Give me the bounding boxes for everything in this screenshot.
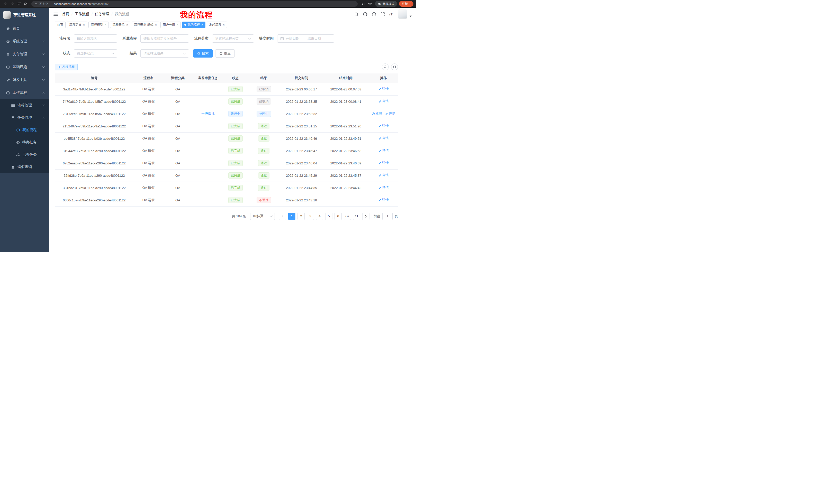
close-icon[interactable]: × xyxy=(126,23,128,27)
refresh-table-button[interactable] xyxy=(391,63,398,71)
detail-link[interactable]: 详情 xyxy=(379,136,389,141)
pagination-page-3[interactable]: 3 xyxy=(307,213,314,220)
tab-我的流程[interactable]: 我的流程× xyxy=(182,22,205,28)
detail-link[interactable]: 详情 xyxy=(385,111,395,116)
tab-流程表单-编辑[interactable]: 流程表单-编辑× xyxy=(132,22,159,28)
gear-icon xyxy=(6,39,10,44)
detail-link[interactable]: 详情 xyxy=(379,198,389,202)
sidebar-item-my-process[interactable]: 我的流程 xyxy=(0,124,49,136)
app-logo[interactable]: 芋道管理系统 xyxy=(0,8,49,22)
toggle-search-button[interactable] xyxy=(382,63,389,71)
total-count: 共 104 条 xyxy=(232,214,246,219)
close-icon[interactable]: × xyxy=(201,23,203,27)
process-def-field[interactable] xyxy=(144,37,186,40)
detail-link[interactable]: 详情 xyxy=(379,99,389,104)
breadcrumb-separator: / xyxy=(92,12,93,16)
breadcrumb-item[interactable]: 任务管理 xyxy=(95,12,109,17)
tab-流程模型[interactable]: 流程模型× xyxy=(88,22,109,28)
tab-首页[interactable]: 首页 xyxy=(55,22,66,28)
process-def-input[interactable] xyxy=(140,34,189,43)
pagination-page-2[interactable]: 2 xyxy=(297,213,305,220)
close-icon[interactable]: × xyxy=(83,23,85,27)
close-icon[interactable]: × xyxy=(177,23,178,27)
sidebar-item-system[interactable]: 系统管理 xyxy=(0,35,49,48)
cell-category: OA xyxy=(163,132,192,145)
address-bar[interactable]: 不安全 | dashboard.yudao.iocoder.cn/bpm/tas… xyxy=(31,1,358,7)
search-icon[interactable] xyxy=(354,12,359,17)
table-row: 7470a810-7b9b-11ec-b5b7-acde48001122OA 请… xyxy=(55,95,398,108)
sidebar-item-task-mgmt[interactable]: 任务管理 xyxy=(0,111,49,124)
font-size-icon[interactable]: tT xyxy=(389,12,394,17)
cell-process-name: OA 请假 xyxy=(134,120,163,132)
breadcrumb-item[interactable]: 工作流程 xyxy=(75,12,89,17)
detail-link[interactable]: 详情 xyxy=(379,124,389,128)
sidebar-item-done-task[interactable]: 已办任务 xyxy=(0,148,49,161)
detail-link[interactable]: 详情 xyxy=(379,161,389,165)
close-icon[interactable]: × xyxy=(223,23,225,27)
browser-back-button[interactable] xyxy=(3,1,9,7)
breadcrumb-item[interactable]: 首页 xyxy=(62,12,69,17)
sidebar-item-todo-task[interactable]: 待办任务 xyxy=(0,136,49,148)
pagination-more[interactable]: ••• xyxy=(344,213,351,220)
browser-home-button[interactable] xyxy=(23,1,29,7)
sidebar-item-infrastructure[interactable]: 基础设施 xyxy=(0,61,49,74)
next-page-button[interactable] xyxy=(362,213,369,220)
date-range-picker[interactable]: 开始日期 - 结束日期 xyxy=(277,34,334,43)
breadcrumb-separator: / xyxy=(72,12,73,16)
pagination-page-6[interactable]: 6 xyxy=(335,213,342,220)
sidebar-item-process-mgmt[interactable]: 流程管理 xyxy=(0,99,49,111)
passkey-button[interactable] xyxy=(360,1,366,7)
home-icon xyxy=(6,27,10,31)
tab-用户分组[interactable]: 用户分组× xyxy=(160,22,181,28)
status-select[interactable]: 请选择状态 xyxy=(74,49,117,58)
column-header: 结束时间 xyxy=(323,74,369,83)
incognito-label: 无痕模式 xyxy=(383,2,394,6)
result-select[interactable]: 请选择流结果 xyxy=(140,49,189,58)
fullscreen-icon[interactable] xyxy=(381,12,385,17)
incognito-badge[interactable]: 无痕模式 xyxy=(375,1,397,7)
help-icon[interactable]: ? xyxy=(372,12,376,17)
detail-link[interactable]: 详情 xyxy=(379,186,389,190)
sidebar-item-payment[interactable]: 支付管理 xyxy=(0,48,49,61)
sidebar-toggle-icon[interactable] xyxy=(53,12,58,17)
bookmark-star-button[interactable] xyxy=(367,1,373,7)
search-button[interactable]: 搜索 xyxy=(193,49,213,58)
sidebar-item-workflow[interactable]: 工作流程 xyxy=(0,86,49,99)
avatar[interactable] xyxy=(398,9,407,19)
reset-button[interactable]: 重置 xyxy=(215,49,235,58)
current-task-link[interactable]: 一级审批 xyxy=(201,112,215,116)
sidebar-item-label: 待办任务 xyxy=(22,140,37,145)
detail-link[interactable]: 详情 xyxy=(379,148,389,153)
tab-label: 流程表单 xyxy=(112,23,125,27)
browser-forward-button[interactable] xyxy=(9,1,16,7)
page-size-select[interactable]: 10条/页 xyxy=(250,213,275,220)
cell-process-name: OA 请假 xyxy=(134,108,163,120)
pagination-page-5[interactable]: 5 xyxy=(325,213,333,220)
sidebar-item-leave-query[interactable]: 请假查询 xyxy=(0,161,49,173)
process-name-field[interactable] xyxy=(77,37,114,40)
pagination-page-11[interactable]: 11 xyxy=(353,213,360,220)
cancel-link[interactable]: 取消 xyxy=(372,111,382,116)
pagination-page-4[interactable]: 4 xyxy=(316,213,323,220)
github-icon[interactable] xyxy=(363,12,367,17)
sidebar-item-devtools[interactable]: 研发工具 xyxy=(0,74,49,86)
process-name-input[interactable] xyxy=(74,34,117,43)
category-select[interactable]: 请选择流程分类 xyxy=(212,34,254,43)
detail-link[interactable]: 详情 xyxy=(379,87,389,91)
tab-流程定义[interactable]: 流程定义× xyxy=(67,22,87,28)
chevron-up-icon xyxy=(42,91,45,94)
key-icon xyxy=(362,2,365,6)
close-icon[interactable]: × xyxy=(155,23,157,27)
pagination-page-1[interactable]: 1 xyxy=(288,213,295,220)
sidebar-item-home[interactable]: 首页 xyxy=(0,22,49,35)
prev-page-button[interactable] xyxy=(279,213,286,220)
browser-reload-button[interactable] xyxy=(16,1,22,7)
goto-page-input[interactable] xyxy=(382,213,393,220)
create-process-button[interactable]: 发起流程 xyxy=(55,64,78,71)
caret-down-icon[interactable] xyxy=(410,15,412,18)
detail-link[interactable]: 详情 xyxy=(379,173,389,177)
tab-发起流程[interactable]: 发起流程× xyxy=(207,22,227,28)
tab-流程表单[interactable]: 流程表单× xyxy=(110,22,130,28)
update-button[interactable]: 更新 xyxy=(399,1,413,7)
close-icon[interactable]: × xyxy=(105,23,106,27)
